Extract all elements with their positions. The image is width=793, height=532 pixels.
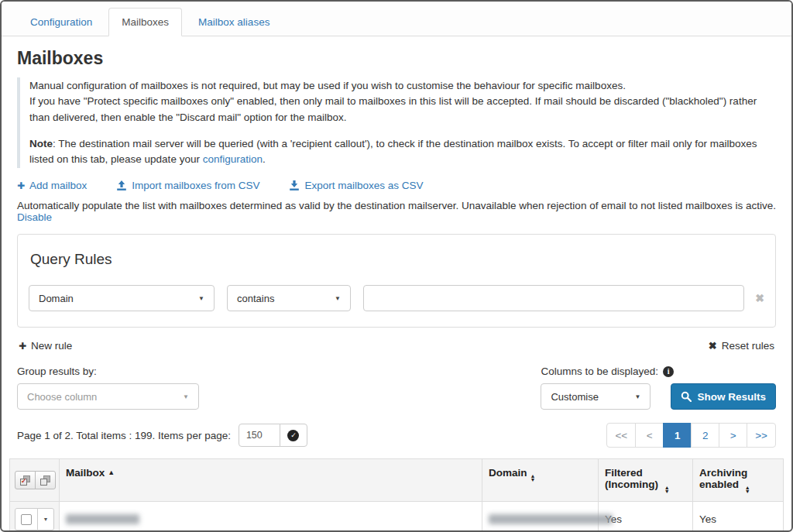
pagination-summary-block: Page 1 of 2. Total items : 199. Items pe… xyxy=(17,424,307,447)
items-per-page-input[interactable] xyxy=(239,424,280,447)
domain-cell xyxy=(482,502,599,532)
columns-block: Columns to be displayed: i Customise ▼ S… xyxy=(541,366,776,410)
table-header-row: Mailbox▲ Domain▲▼ Filtered (Incoming) ▲▼… xyxy=(10,459,784,502)
autopopulate-text: Automatically populate the list with mai… xyxy=(17,200,776,223)
last-page-button[interactable]: >> xyxy=(747,423,776,448)
new-rule-link[interactable]: ✚ New rule xyxy=(19,340,72,352)
deselect-all-button[interactable] xyxy=(35,471,56,489)
header-archiving-label: Archiving enabled xyxy=(699,467,747,490)
header-archiving[interactable]: Archiving enabled ▲▼ xyxy=(693,459,784,502)
rule-operator-select[interactable]: contains ▼ xyxy=(227,285,351,311)
group-by-block: Group results by: Choose column ▼ xyxy=(17,366,199,410)
chevron-down-icon: ▼ xyxy=(335,295,341,302)
header-filtered[interactable]: Filtered (Incoming) ▲▼ xyxy=(599,459,693,502)
disable-link[interactable]: Disable xyxy=(17,211,52,223)
tab-configuration[interactable]: Configuration xyxy=(17,8,105,36)
sort-icon: ▲▼ xyxy=(530,474,536,482)
first-page-button[interactable]: << xyxy=(606,423,636,448)
note-text: : The destination mail server will be qu… xyxy=(29,138,757,165)
tab-mailboxes[interactable]: Mailboxes xyxy=(108,8,182,36)
sort-icon: ▲▼ xyxy=(745,486,750,493)
new-rule-label: New rule xyxy=(31,340,72,352)
show-results-label: Show Results xyxy=(697,391,766,403)
pagination-summary: Page 1 of 2. Total items : 199. Items pe… xyxy=(17,430,231,441)
archiving-cell: Yes xyxy=(693,502,784,532)
group-by-placeholder: Choose column xyxy=(27,391,97,403)
select-all-icon xyxy=(20,475,30,486)
sort-asc-icon: ▲ xyxy=(108,469,115,476)
rule-value-input[interactable] xyxy=(363,285,744,311)
sort-icon: ▲▼ xyxy=(664,486,670,493)
select-tools-header xyxy=(10,459,60,502)
chevron-down-icon: ▼ xyxy=(43,517,49,522)
tab-mailbox-aliases[interactable]: Mailbox aliases xyxy=(185,8,283,36)
rule-actions-row: ✚ New rule ✖ Reset rules xyxy=(19,340,774,352)
search-icon xyxy=(681,391,692,402)
import-csv-link[interactable]: Import mailboxes from CSV xyxy=(116,180,259,191)
page-1-button[interactable]: 1 xyxy=(663,423,692,448)
reset-rules-link[interactable]: ✖ Reset rules xyxy=(709,340,774,352)
mailboxes-table: Mailbox▲ Domain▲▼ Filtered (Incoming) ▲▼… xyxy=(9,458,784,532)
columns-controls: Customise ▼ Show Results xyxy=(541,383,776,410)
page-2-button[interactable]: 2 xyxy=(691,423,719,448)
check-circle-icon: ✓ xyxy=(287,430,299,441)
items-per-page-group: ✓ xyxy=(239,424,307,447)
app-window: Configuration Mailboxes Mailbox aliases … xyxy=(0,0,793,532)
table-row: ▼ Yes Yes xyxy=(10,502,784,532)
export-csv-label: Export mailboxes as CSV xyxy=(304,180,423,191)
columns-label-row: Columns to be displayed: i xyxy=(541,366,776,377)
rule-field-select[interactable]: Domain ▼ xyxy=(29,285,215,311)
row-checkbox[interactable] xyxy=(15,508,38,530)
intro-line1: Manual configuration of mailboxes is not… xyxy=(29,80,626,91)
info-icon[interactable]: i xyxy=(663,366,674,377)
reset-rules-label: Reset rules xyxy=(722,340,774,352)
group-by-select[interactable]: Choose column ▼ xyxy=(17,383,199,410)
mailboxes-table-wrap: Mailbox▲ Domain▲▼ Filtered (Incoming) ▲▼… xyxy=(9,458,784,532)
query-rules-title: Query Rules xyxy=(30,251,763,268)
header-domain[interactable]: Domain▲▼ xyxy=(482,459,599,502)
add-mailbox-label: Add mailbox xyxy=(29,180,87,191)
chevron-down-icon: ▼ xyxy=(635,393,641,400)
add-mailbox-link[interactable]: ✚ Add mailbox xyxy=(17,180,87,191)
header-mailbox-label: Mailbox xyxy=(66,467,105,479)
import-csv-label: Import mailboxes from CSV xyxy=(132,180,259,191)
pager-buttons: << < 1 2 > >> xyxy=(606,423,776,448)
prev-page-button[interactable]: < xyxy=(635,423,664,448)
query-rule-row: Domain ▼ contains ▼ ✖ xyxy=(29,285,764,311)
row-menu-button[interactable]: ▼ xyxy=(37,508,54,530)
rule-operator-value: contains xyxy=(237,293,274,304)
redacted-mailbox xyxy=(66,514,139,524)
intro-paragraph: Manual configuration of mailboxes is not… xyxy=(29,78,776,125)
select-all-button[interactable] xyxy=(15,471,36,489)
select-tools-group xyxy=(15,471,56,489)
export-csv-link[interactable]: Export mailboxes as CSV xyxy=(289,180,423,191)
download-icon xyxy=(289,180,300,191)
upload-icon xyxy=(116,180,127,191)
page-title: Mailboxes xyxy=(17,48,776,69)
rule-field-value: Domain xyxy=(39,293,74,304)
show-results-button[interactable]: Show Results xyxy=(671,383,776,410)
intro-line2: If you have "Protect specific mailboxes … xyxy=(29,95,757,122)
chevron-down-icon: ▼ xyxy=(198,295,204,302)
customise-columns-select[interactable]: Customise ▼ xyxy=(541,383,651,410)
pagination-row: Page 1 of 2. Total items : 199. Items pe… xyxy=(17,423,776,448)
note-paragraph: Note: The destination mail server will b… xyxy=(29,136,776,168)
group-by-label: Group results by: xyxy=(17,366,199,377)
mailbox-actions: ✚ Add mailbox Import mailboxes from CSV … xyxy=(17,180,776,191)
x-icon: ✖ xyxy=(709,340,717,352)
apply-per-page-button[interactable]: ✓ xyxy=(280,424,307,447)
next-page-button[interactable]: > xyxy=(719,423,747,448)
mailbox-cell[interactable] xyxy=(60,502,482,532)
redacted-domain xyxy=(489,514,613,524)
configuration-link[interactable]: configuration xyxy=(203,153,263,165)
deselect-all-icon xyxy=(40,475,50,486)
query-rules-panel: Query Rules Domain ▼ contains ▼ ✖ xyxy=(17,234,776,328)
note-label: Note xyxy=(29,138,53,149)
header-mailbox[interactable]: Mailbox▲ xyxy=(60,459,482,502)
results-controls-row: Group results by: Choose column ▼ Column… xyxy=(17,366,776,410)
customise-value: Customise xyxy=(551,391,598,403)
tab-bar: Configuration Mailboxes Mailbox aliases xyxy=(2,2,791,36)
remove-rule-icon[interactable]: ✖ xyxy=(755,292,764,304)
header-domain-label: Domain xyxy=(489,467,527,479)
columns-label: Columns to be displayed: xyxy=(541,366,658,377)
